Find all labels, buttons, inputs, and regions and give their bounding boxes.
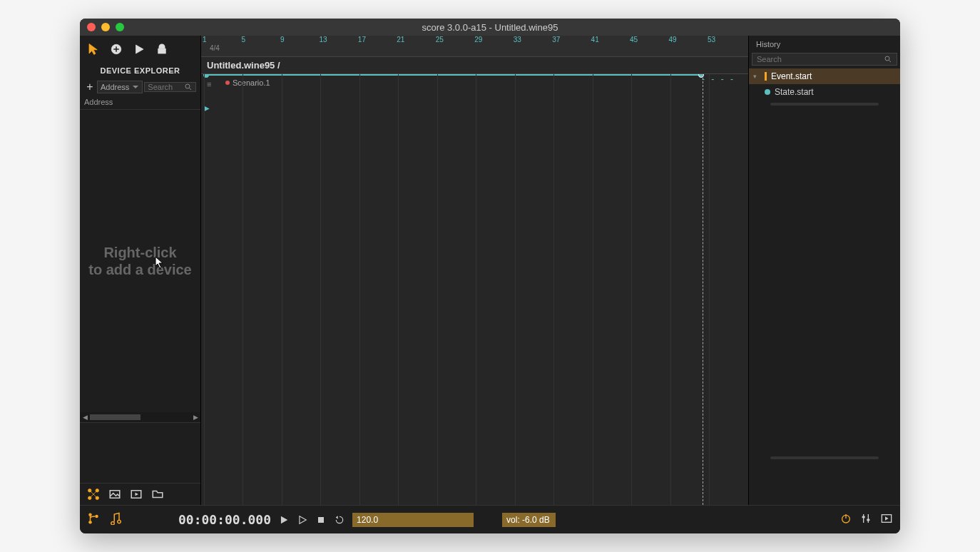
scroll-right-icon[interactable]: ▶ <box>192 414 199 421</box>
expand-caret-icon[interactable]: ▾ <box>753 73 760 80</box>
transport-right-icons <box>840 513 893 526</box>
add-device-button[interactable]: + <box>84 81 96 93</box>
grid-line <box>709 74 710 505</box>
menu-icon[interactable]: ≡ <box>207 80 211 88</box>
timeline-ruler[interactable]: 4/4 1591317212529333741454953 <box>201 36 748 57</box>
end-time-line <box>703 74 703 505</box>
bottom-tool-icons <box>80 483 200 505</box>
play-caret-icon: ▶ <box>204 104 210 112</box>
explorer-search-input[interactable] <box>148 83 184 91</box>
scenario-bar[interactable] <box>204 74 702 76</box>
top-toolbar <box>80 36 200 62</box>
rewind-button[interactable] <box>334 514 345 526</box>
state-dot-icon <box>765 89 770 95</box>
ruler-tick-label: 5 <box>241 36 245 44</box>
left-panel: DEVICE EXPLORER + Address Address Right-… <box>80 36 201 505</box>
record-dot-icon <box>225 81 230 85</box>
timeline-body[interactable]: ≡ Scenario.1 - - - - ▶ <box>201 74 748 505</box>
cursor-tool-icon[interactable] <box>87 43 100 58</box>
sliders-icon[interactable] <box>860 513 872 526</box>
music-note-icon[interactable] <box>108 512 121 527</box>
svg-point-10 <box>88 513 92 517</box>
folder-icon[interactable] <box>151 488 164 501</box>
add-tool-icon[interactable] <box>110 43 123 58</box>
play-box-icon[interactable] <box>130 488 143 501</box>
grid-line <box>204 74 205 505</box>
svg-rect-16 <box>867 519 869 521</box>
history-search-input[interactable] <box>757 55 884 63</box>
ruler-ticks: 1591317212529333741454953 <box>201 36 748 46</box>
nodes-icon[interactable] <box>87 488 100 501</box>
ruler-tick-label: 41 <box>591 36 599 44</box>
grid-line <box>282 74 282 505</box>
transport-controls <box>278 514 345 526</box>
timeline-panel: 4/4 1591317212529333741454953 Untitled.w… <box>201 36 748 505</box>
stop-button[interactable] <box>315 514 327 526</box>
play-outline-button[interactable] <box>297 514 308 526</box>
scenario-header: Untitled.wine95 / <box>201 57 748 74</box>
history-item-label: Event.start <box>771 71 812 81</box>
scenario-label[interactable]: Scenario.1 <box>225 78 270 87</box>
history-search[interactable] <box>752 53 897 66</box>
app-window: score 3.0.0-a15 - Untitled.wine95 DEVICE… <box>80 19 900 533</box>
search-icon <box>184 83 193 91</box>
ruler-tick-label: 1 <box>203 36 207 44</box>
explorer-lower-pane <box>80 422 200 483</box>
ruler-tick-label: 49 <box>669 36 677 44</box>
mouse-cursor-icon <box>155 256 165 269</box>
panel-resize-handle[interactable] <box>770 456 879 459</box>
history-item-label: State.start <box>775 87 814 97</box>
svg-point-12 <box>95 515 98 518</box>
output-icon[interactable] <box>880 513 893 526</box>
volume-input[interactable] <box>502 513 556 527</box>
power-icon[interactable] <box>840 513 852 526</box>
svg-point-2 <box>185 84 190 88</box>
svg-point-9 <box>885 56 889 61</box>
history-item-event-start[interactable]: ▾ Event.start <box>749 68 900 84</box>
svg-rect-13 <box>318 517 324 523</box>
play-button[interactable] <box>278 514 290 526</box>
ruler-tick-label: 13 <box>319 36 327 44</box>
device-list-area[interactable]: Right-click to add a device <box>80 110 200 412</box>
grid-line <box>437 74 438 505</box>
svg-point-11 <box>88 521 92 524</box>
grid-line <box>670 74 671 505</box>
grid-line <box>320 74 321 505</box>
svg-rect-15 <box>862 516 865 518</box>
branch-icon[interactable] <box>87 512 100 527</box>
play-tool-icon[interactable] <box>133 43 146 58</box>
explorer-controls: + Address <box>80 79 200 95</box>
history-item-state-start[interactable]: State.start <box>749 84 900 100</box>
right-panel: History ▾ Event.start State.start <box>748 36 900 505</box>
explorer-scrollbar[interactable]: ◀ ▶ <box>80 412 200 422</box>
grid-line <box>243 74 243 505</box>
grid-line <box>359 74 360 505</box>
ruler-tick-label: 33 <box>514 36 521 44</box>
grid-line <box>593 74 593 505</box>
ruler-tick-label: 37 <box>552 36 560 44</box>
explorer-search[interactable] <box>144 82 196 92</box>
grid-line <box>553 74 554 505</box>
ruler-tick-label: 9 <box>280 36 285 44</box>
image-icon[interactable] <box>108 488 121 501</box>
panel-resize-handle[interactable] <box>770 103 879 106</box>
ruler-tick-label: 17 <box>358 36 366 44</box>
scrollbar-thumb[interactable] <box>90 414 141 420</box>
transport-bar: 00:00:00.000 <box>80 505 900 533</box>
ruler-tick-label: 53 <box>708 36 715 44</box>
lock-tool-icon[interactable] <box>155 43 168 58</box>
add-device-hint: Right-click to add a device <box>80 244 200 278</box>
scenario-title: Untitled.wine95 / <box>201 60 286 71</box>
transport-left-icons <box>87 512 121 527</box>
search-icon <box>884 55 892 63</box>
titlebar: score 3.0.0-a15 - Untitled.wine95 <box>80 19 900 36</box>
ruler-tick-label: 21 <box>397 36 404 44</box>
address-select[interactable]: Address <box>97 81 143 93</box>
history-list: ▾ Event.start State.start <box>749 68 900 100</box>
tempo-input[interactable] <box>352 513 474 527</box>
ruler-tick-label: 45 <box>630 36 638 44</box>
ruler-tick-label: 29 <box>474 36 482 44</box>
scroll-left-icon[interactable]: ◀ <box>81 414 88 421</box>
event-bar-icon <box>765 72 767 81</box>
svg-rect-1 <box>158 48 166 53</box>
